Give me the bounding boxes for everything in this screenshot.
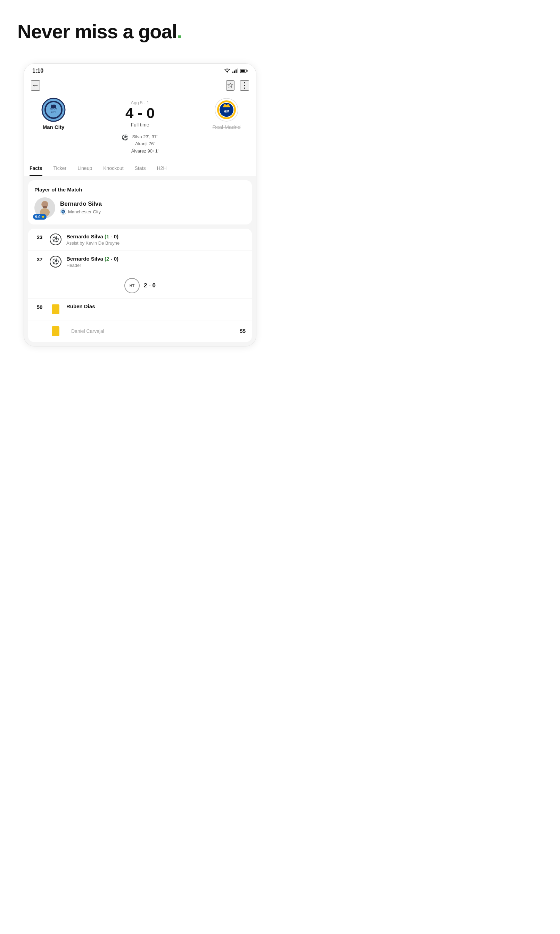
phone-mockup: 1:10 ← (24, 63, 256, 346)
tab-ticker[interactable]: Ticker (48, 160, 72, 176)
tab-stats[interactable]: Stats (129, 160, 151, 176)
goal-icon: ⚽ (122, 134, 129, 141)
top-nav: ← ☆ ⋮ (24, 77, 256, 94)
away-team: RM Real Madrid (204, 98, 249, 130)
svg-rect-28 (43, 206, 47, 208)
player-avatar-wrap: 9.0 ★ (34, 197, 55, 218)
svg-rect-3 (234, 71, 235, 73)
tab-lineup[interactable]: Lineup (72, 160, 98, 176)
aggregate-score: Agg 5 - 1 (131, 100, 149, 105)
events-card: 23 ⚽ Bernardo Silva (1 - 0) Assist by Ke… (28, 229, 252, 342)
more-options-button[interactable]: ⋮ (240, 80, 249, 91)
svg-rect-2 (232, 72, 234, 73)
goal-icon-1: ⚽ (50, 234, 62, 245)
signal-icon (232, 68, 238, 73)
hero-section: Never miss a goal. (0, 0, 280, 56)
home-team-name: Man City (43, 124, 65, 130)
player-rating: 9.0 (35, 215, 40, 219)
scorers-text: Silva 23', 37'Akanji 76'Álvarez 90+1' (131, 134, 159, 155)
status-time: 1:10 (32, 68, 43, 74)
svg-rect-5 (237, 68, 238, 73)
event-minute-3: 50 (34, 304, 45, 310)
svg-rect-17 (54, 105, 55, 106)
event-row-4: Daniel Carvajal 55 (28, 320, 252, 342)
svg-rect-8 (241, 69, 245, 72)
hero-dot: . (177, 20, 182, 42)
svg-text:CITY: CITY (51, 111, 56, 113)
yellow-card-icon-1 (50, 303, 62, 315)
event-details-2: Bernardo Silva (2 - 0) Header (66, 256, 246, 268)
potm-player-row: 9.0 ★ Bernardo Silva (34, 197, 246, 218)
ht-row: HT 2 - 0 (28, 273, 252, 299)
player-info: Bernardo Silva Manchester City (60, 200, 102, 215)
event-desc-1: Assist by Kevin De Bruyne (66, 240, 246, 246)
ht-score: 2 - 0 (144, 282, 155, 289)
event-player-1: Bernardo Silva (1 - 0) (66, 234, 118, 239)
event-minute-right-4: 55 (240, 328, 246, 334)
main-score: 4 - 0 (125, 106, 155, 121)
yellow-card-1 (52, 305, 59, 314)
goal-icon-2: ⚽ (50, 256, 62, 268)
tab-facts[interactable]: Facts (24, 160, 48, 176)
svg-rect-23 (223, 106, 230, 108)
svg-marker-0 (226, 71, 228, 72)
svg-rect-16 (53, 105, 54, 106)
event-row-2: 37 ⚽ Bernardo Silva (2 - 0) Header (28, 251, 252, 273)
event-desc-2: Header (66, 263, 246, 268)
home-team: MAN CITY Man City (31, 98, 76, 130)
scorers-row: ⚽ Silva 23', 37'Akanji 76'Álvarez 90+1' (31, 134, 249, 155)
svg-text:RM: RM (223, 109, 229, 113)
event-player-3: Ruben Dias (66, 303, 95, 309)
event-player-2: Bernardo Silva (2 - 0) (66, 256, 118, 262)
svg-rect-15 (51, 105, 52, 106)
event-player-4: Daniel Carvajal (71, 328, 235, 334)
favorite-button[interactable]: ☆ (226, 80, 234, 91)
teams-row: MAN CITY Man City Agg 5 - 1 4 - 0 Full t… (31, 98, 249, 130)
match-status: Full time (131, 122, 149, 128)
yellow-card-icon-2 (50, 325, 62, 337)
potm-title: Player of the Match (34, 186, 246, 192)
content-area: Player of the Match 9.0 (24, 176, 256, 346)
event-row-1: 23 ⚽ Bernardo Silva (1 - 0) Assist by Ke… (28, 229, 252, 251)
battery-icon (240, 69, 248, 73)
rating-star: ★ (42, 215, 45, 218)
player-team-row: Manchester City (60, 208, 102, 215)
score-center: Agg 5 - 1 4 - 0 Full time (76, 100, 204, 128)
player-team-name: Manchester City (68, 209, 101, 214)
event-row-3: 50 Ruben Dias (28, 299, 252, 320)
event-details-3: Ruben Dias (66, 303, 246, 309)
event-minute-1: 23 (34, 234, 45, 240)
hero-title: Never miss a goal. (17, 21, 263, 42)
hero-title-text: Never miss a goal (17, 20, 177, 42)
home-team-logo: MAN CITY (42, 98, 66, 122)
match-header: MAN CITY Man City Agg 5 - 1 4 - 0 Full t… (24, 94, 256, 160)
event-details-1: Bernardo Silva (1 - 0) Assist by Kevin D… (66, 234, 246, 246)
status-icons (224, 68, 248, 73)
svg-point-31 (62, 211, 64, 213)
nav-right: ☆ ⋮ (226, 80, 249, 91)
tabs-row: Facts Ticker Lineup Knockout Stats H2H (24, 160, 256, 176)
player-team-badge (60, 208, 66, 215)
event-minute-2: 37 (34, 257, 45, 262)
status-bar: 1:10 (24, 63, 256, 77)
svg-rect-7 (247, 70, 248, 72)
away-team-name: Real Madrid (212, 124, 241, 130)
player-rating-badge: 9.0 ★ (33, 214, 46, 220)
back-button[interactable]: ← (31, 80, 40, 91)
svg-rect-4 (235, 69, 237, 73)
svg-point-1 (227, 72, 228, 73)
yellow-card-2 (52, 326, 59, 336)
player-team-badge-svg (61, 209, 66, 214)
away-team-logo: RM (214, 98, 238, 122)
wifi-icon (224, 68, 230, 73)
ht-badge: HT (125, 278, 140, 293)
tab-knockout[interactable]: Knockout (98, 160, 129, 176)
potm-card: Player of the Match 9.0 (28, 180, 252, 225)
tab-h2h[interactable]: H2H (151, 160, 172, 176)
player-name: Bernardo Silva (60, 200, 102, 208)
